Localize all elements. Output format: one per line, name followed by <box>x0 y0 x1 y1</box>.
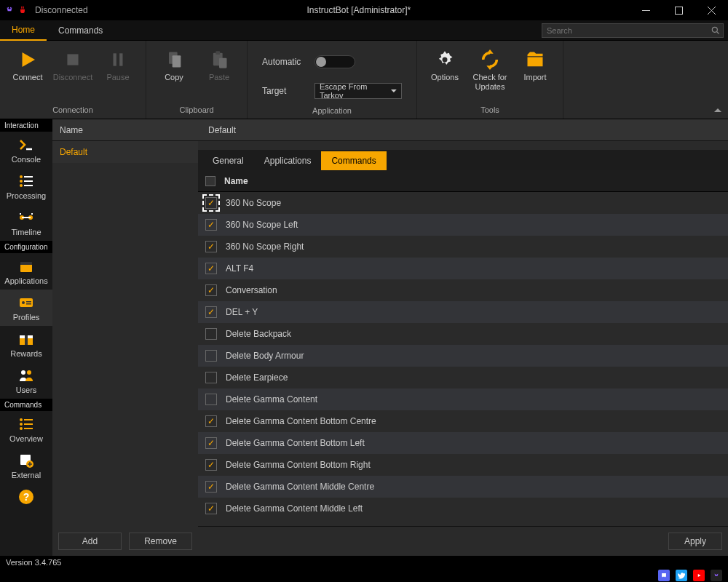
table-row[interactable]: 360 No Scope Right <box>198 236 728 258</box>
svg-rect-3 <box>676 7 683 14</box>
tab-general[interactable]: General <box>202 151 254 170</box>
svg-rect-16 <box>24 176 33 178</box>
target-select[interactable]: Escape From Tarkov <box>314 83 402 99</box>
apply-button[interactable]: Apply <box>668 533 722 550</box>
youtube-icon[interactable] <box>693 570 705 581</box>
svg-rect-12 <box>219 58 227 68</box>
disconnect-button: Disconnect <box>52 47 93 82</box>
table-row[interactable]: Delete Gamma Content <box>198 388 728 410</box>
minimize-button[interactable] <box>630 0 662 20</box>
options-button[interactable]: Options <box>424 47 465 82</box>
svg-point-32 <box>21 370 25 375</box>
tab-commands[interactable]: Commands <box>321 151 386 170</box>
table-row[interactable]: 360 No Scope <box>198 192 728 214</box>
svg-rect-11 <box>215 51 220 55</box>
console-icon <box>16 136 36 154</box>
row-checkbox[interactable] <box>205 415 217 427</box>
timeline-icon <box>16 209 36 226</box>
target-label: Target <box>262 86 307 96</box>
select-all-checkbox[interactable] <box>205 176 215 186</box>
tab-applications[interactable]: Applications <box>254 151 322 170</box>
table-row[interactable]: Delete Backpack <box>198 323 728 345</box>
remove-button[interactable]: Remove <box>129 533 192 550</box>
table-row[interactable]: 360 No Scope Left <box>198 214 728 236</box>
svg-point-4 <box>712 27 717 32</box>
row-checkbox[interactable] <box>205 350 217 362</box>
row-checkbox[interactable] <box>205 503 217 514</box>
svg-rect-2 <box>642 10 650 11</box>
sidebar-item-overview[interactable]: Overview <box>0 411 52 447</box>
row-checkbox[interactable] <box>205 394 217 405</box>
table-row[interactable]: ALT F4 <box>198 258 728 279</box>
svg-point-38 <box>20 427 23 430</box>
svg-rect-9 <box>173 55 181 67</box>
row-checkbox[interactable] <box>205 219 217 231</box>
twitter-icon[interactable] <box>676 570 687 581</box>
table-row[interactable]: Delete Gamma Content Bottom Right <box>198 454 728 476</box>
app-tray-icon[interactable] <box>711 570 722 581</box>
svg-rect-35 <box>24 419 33 420</box>
row-checkbox[interactable] <box>205 306 217 318</box>
profile-item-default[interactable]: Default <box>52 141 198 163</box>
column-name: Name <box>224 176 248 186</box>
sidebar-section-configuration: Configuration <box>0 241 52 253</box>
sidebar-item-applications[interactable]: Applications <box>0 253 52 290</box>
row-checkbox[interactable] <box>205 197 217 209</box>
discord-icon[interactable] <box>658 570 670 581</box>
table-row[interactable]: Delete Gamma Content Bottom Left <box>198 432 728 454</box>
row-checkbox[interactable] <box>205 263 217 274</box>
row-name: Delete Gamma Content Middle Centre <box>226 482 374 492</box>
svg-point-26 <box>22 301 25 304</box>
ribbon-group-clipboard: Clipboard <box>154 103 240 119</box>
ribbon-collapse-icon[interactable] <box>713 105 722 114</box>
table-row[interactable]: DEL + Y <box>198 301 728 323</box>
row-name: Delete Gamma Content Middle Left <box>226 503 363 514</box>
row-name: Delete Earpiece <box>226 372 288 383</box>
rewards-icon <box>16 330 36 348</box>
table-row[interactable]: Conversation <box>198 279 728 301</box>
table-row[interactable]: Delete Gamma Content Middle Left <box>198 498 728 519</box>
maximize-button[interactable] <box>662 0 695 20</box>
row-checkbox[interactable] <box>205 372 217 383</box>
sidebar-item-profiles[interactable]: Profiles <box>0 290 52 326</box>
sidebar-item-console[interactable]: Console <box>0 132 52 168</box>
row-checkbox[interactable] <box>205 481 217 493</box>
app-logo-icon <box>4 5 15 15</box>
row-checkbox[interactable] <box>205 284 217 296</box>
search-input[interactable] <box>542 23 724 38</box>
row-checkbox[interactable] <box>205 328 217 340</box>
sidebar-item-users[interactable]: Users <box>0 362 52 399</box>
svg-point-1 <box>10 7 12 9</box>
svg-rect-24 <box>20 262 32 265</box>
version-label: Version 3.4.765 <box>6 558 61 567</box>
grid-body[interactable]: 360 No Scope360 No Scope Left360 No Scop… <box>198 192 728 526</box>
sidebar-item-help[interactable]: ? <box>0 484 52 511</box>
table-row[interactable]: Delete Earpiece <box>198 367 728 388</box>
menu-bar: Home Commands <box>0 20 728 41</box>
processing-icon <box>16 172 36 190</box>
automatic-toggle[interactable] <box>314 55 355 68</box>
import-button[interactable]: Import <box>515 47 555 82</box>
detail-header: Default <box>198 119 728 141</box>
connect-button[interactable]: Connect <box>7 47 48 82</box>
svg-text:?: ? <box>23 491 30 503</box>
table-row[interactable]: Delete Gamma Content Middle Centre <box>198 476 728 498</box>
row-checkbox[interactable] <box>205 241 217 252</box>
sidebar-item-rewards[interactable]: Rewards <box>0 326 52 362</box>
table-row[interactable]: Delete Gamma Content Bottom Centre <box>198 410 728 432</box>
copy-button[interactable]: Copy <box>154 47 194 82</box>
check-updates-button[interactable]: Check for Updates <box>470 47 510 92</box>
menu-tab-home[interactable]: Home <box>0 20 47 41</box>
add-button[interactable]: Add <box>58 533 122 550</box>
table-row[interactable]: Delete Body Armour <box>198 345 728 367</box>
row-checkbox[interactable] <box>205 437 217 449</box>
close-button[interactable] <box>695 0 728 20</box>
svg-rect-25 <box>20 298 33 307</box>
menu-tab-commands[interactable]: Commands <box>47 20 114 41</box>
users-icon <box>16 367 36 384</box>
sidebar-item-timeline[interactable]: Timeline <box>0 204 52 241</box>
row-checkbox[interactable] <box>205 459 217 471</box>
sidebar-item-external[interactable]: External <box>0 447 52 484</box>
sidebar-item-processing[interactable]: Processing <box>0 168 52 204</box>
social-strip <box>0 569 728 582</box>
